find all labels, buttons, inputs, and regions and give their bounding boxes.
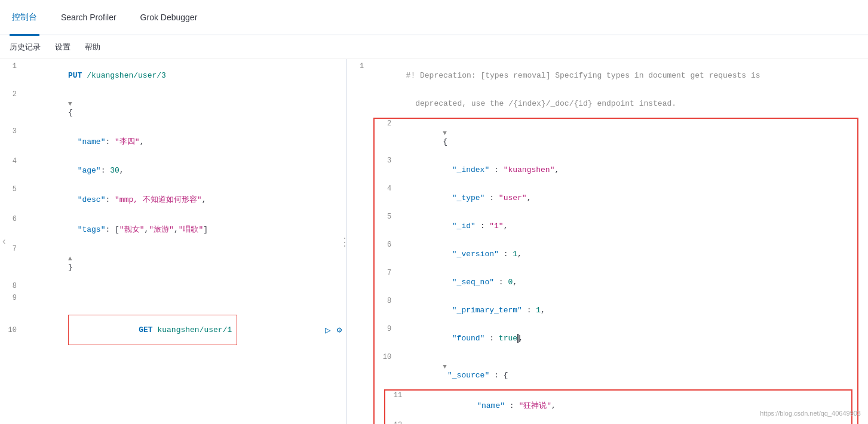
main-area: 1 PUT /kuangshen/user/3 2 ▼ { 3 "name": … <box>0 59 868 424</box>
line-actions: ▷ ⚙ <box>325 324 342 336</box>
watermark: https://blog.csdn.net/qq_40649903 <box>760 410 861 417</box>
response-line-6: 6 "_version" : 1, <box>375 240 857 268</box>
response-source-box: 11 "name" : "狂神说", 12 "age" : 23, 13 <box>384 389 852 424</box>
code-line-10: 10 GET kuangshen/user/1 ▷ ⚙ <box>0 305 346 355</box>
path-1: /kuangshen/user/3 <box>82 71 165 80</box>
panel-resize-handle[interactable]: ⋮ <box>339 235 347 248</box>
fold-arrow-7[interactable]: ▲ <box>68 255 72 262</box>
left-editor-panel: 1 PUT /kuangshen/user/3 2 ▼ { 3 "name": … <box>0 59 347 424</box>
code-line-2: 2 ▼ { <box>0 90 346 127</box>
get-path: kuangshen/user/1 <box>153 325 232 334</box>
response-line-2: 2 ▼ { <box>375 119 857 156</box>
left-code-editor[interactable]: 1 PUT /kuangshen/user/3 2 ▼ { 3 "name": … <box>0 59 346 424</box>
get-request-box[interactable]: GET kuangshen/user/1 <box>68 315 237 345</box>
toolbar: 历史记录 设置 帮助 <box>0 35 868 59</box>
fold-arrow-2[interactable]: ▼ <box>68 100 72 107</box>
code-line-1: 1 PUT /kuangshen/user/3 <box>0 62 346 90</box>
top-nav: 控制台 Search Profiler Grok Debugger <box>0 0 868 35</box>
response-line-4: 4 "_type" : "user", <box>375 184 857 212</box>
code-line-6: 6 "tags": ["靓女","旅游","唱歌"] <box>0 214 346 244</box>
history-button[interactable]: 历史记录 <box>10 42 41 53</box>
response-line-1: 1 #! Deprecation: [types removal] Specif… <box>347 62 868 90</box>
run-icon[interactable]: ▷ <box>325 324 331 336</box>
tab-grok-debugger[interactable]: Grok Debugger <box>138 1 200 36</box>
response-line-8: 8 "_primary_term" : 1, <box>375 296 857 324</box>
help-button[interactable]: 帮助 <box>85 42 100 53</box>
method-get: GET <box>139 325 152 334</box>
response-red-box-outer: 2 ▼ { 3 "_index" : "kuangshen", 4 "_type… <box>373 118 858 424</box>
response-line-3: 3 "_index" : "kuangshen", <box>375 156 857 184</box>
code-line-9: 9 <box>0 293 346 305</box>
response-line-9: 9 "found" : true|, <box>375 324 857 352</box>
fold-arrow-r2[interactable]: ▼ <box>443 130 447 137</box>
response-line-5: 5 "_id" : "1", <box>375 212 857 240</box>
tab-console[interactable]: 控制台 <box>10 1 39 36</box>
response-line-7: 7 "_seq_no" : 0, <box>375 268 857 296</box>
panel-collapse-left[interactable]: ‹ <box>1 236 7 247</box>
method-put: PUT <box>68 71 82 80</box>
code-line-8: 8 <box>0 281 346 293</box>
code-line-3: 3 "name": "李四", <box>0 127 346 156</box>
code-line-4: 4 "age": 30, <box>0 156 346 185</box>
tab-search-profiler[interactable]: Search Profiler <box>59 1 119 36</box>
right-response-panel: 1 #! Deprecation: [types removal] Specif… <box>347 59 868 424</box>
fold-arrow-r10[interactable]: ▼ <box>443 363 447 370</box>
code-line-7: 7 ▲ } <box>0 244 346 281</box>
response-line-10: 10 ▼ "_source" : { <box>375 352 857 389</box>
wrench-icon[interactable]: ⚙ <box>337 325 342 335</box>
response-line-12: 12 "age" : 23, <box>385 420 851 424</box>
settings-button[interactable]: 设置 <box>55 42 70 53</box>
response-line-1b: deprecated, use the /{index}/_doc/{id} e… <box>347 90 868 118</box>
code-line-5: 5 "desc": "mmp, 不知道如何形容", <box>0 185 346 214</box>
